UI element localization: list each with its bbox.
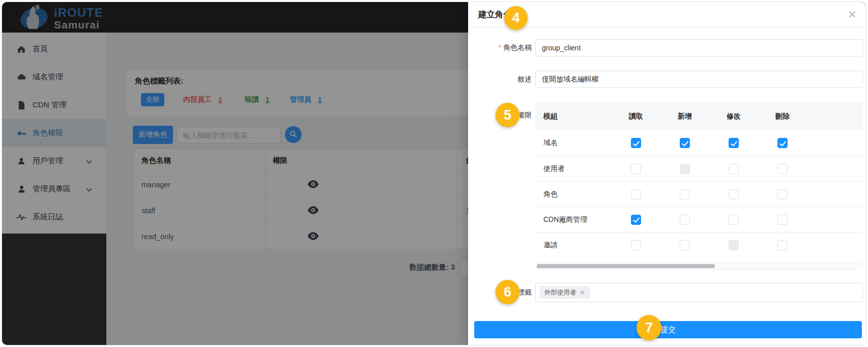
app-window: iROUTE Samurai 首頁 域名管理 <box>2 2 866 345</box>
annotation-step-4: 4 <box>504 6 528 30</box>
perm-module-name: 域名 <box>535 138 612 148</box>
checkbox-cdn-update[interactable] <box>729 215 739 225</box>
annotation-step-5: 5 <box>496 103 519 127</box>
perm-row-domain: 域名 <box>535 130 863 156</box>
role-name-field[interactable] <box>535 39 863 56</box>
checkbox-cdn-create[interactable] <box>680 215 690 225</box>
horizontal-scrollbar-thumb[interactable] <box>537 264 715 268</box>
annotation-step-6: 6 <box>496 280 519 304</box>
tag-chip: 外部使用者 ✕ <box>540 286 590 299</box>
checkbox-cdn-delete[interactable] <box>777 215 788 225</box>
checkbox-role-delete[interactable] <box>777 189 788 199</box>
perm-row-invite: 邀請 <box>535 232 863 257</box>
perm-col-delete: 刪除 <box>758 112 807 121</box>
checkbox-cdn-read[interactable] <box>631 215 641 225</box>
checkbox-user-delete[interactable] <box>777 164 788 174</box>
permissions-table: 模組 讀取 新增 修改 刪除 域名 使用者 角色 <box>535 102 863 257</box>
perm-module-name: CDN廠商管理 <box>535 215 612 224</box>
perm-col-read: 讀取 <box>612 112 660 121</box>
checkbox-user-create[interactable] <box>680 164 690 174</box>
checkbox-user-update[interactable] <box>729 164 739 174</box>
perm-row-cdn-vendor: CDN廠商管理 <box>535 207 863 232</box>
perm-module-name: 角色 <box>535 190 612 199</box>
perm-module-name: 使用者 <box>535 164 612 174</box>
checkbox-role-create[interactable] <box>680 189 690 199</box>
close-button[interactable]: ✕ <box>846 8 859 21</box>
modal-dim-overlay[interactable] <box>2 2 468 345</box>
close-icon: ✕ <box>848 9 857 20</box>
perm-col-module: 模組 <box>535 112 612 121</box>
submit-button[interactable]: 提交 <box>474 321 862 338</box>
tags-field[interactable]: 外部使用者 ✕ <box>535 283 863 302</box>
tag-chip-text: 外部使用者 <box>544 288 576 297</box>
create-role-drawer: 建立角色 ✕ *角色名稱 敘述 權限 模組 讀取 新增 修改 刪除 域名 <box>468 2 866 345</box>
perm-row-role: 角色 <box>535 181 863 207</box>
annotation-step-7: 7 <box>636 315 661 340</box>
perm-col-create: 新增 <box>660 112 709 121</box>
remove-tag-icon[interactable]: ✕ <box>580 289 585 296</box>
description-label: 敘述 <box>468 75 532 84</box>
checkbox-domain-create[interactable] <box>680 138 690 148</box>
checkbox-domain-update[interactable] <box>729 138 739 148</box>
checkbox-domain-delete[interactable] <box>777 138 788 148</box>
checkbox-user-read[interactable] <box>631 164 641 174</box>
drawer-header: 建立角色 ✕ <box>468 2 866 27</box>
checkbox-invite-read[interactable] <box>631 240 641 250</box>
required-asterisk: * <box>499 43 501 51</box>
checkbox-role-update[interactable] <box>729 189 739 199</box>
perm-module-name: 邀請 <box>535 241 612 250</box>
permissions-header-row: 模組 讀取 新增 修改 刪除 <box>535 102 863 130</box>
checkbox-invite-create[interactable] <box>680 240 690 250</box>
perm-col-update: 修改 <box>709 112 758 121</box>
screenshot-frame: iROUTE Samurai 首頁 域名管理 <box>0 0 868 347</box>
horizontal-scrollbar-track[interactable] <box>535 263 863 270</box>
description-field[interactable] <box>535 71 863 88</box>
checkbox-invite-delete[interactable] <box>777 240 788 250</box>
checkbox-domain-read[interactable] <box>631 138 641 148</box>
checkbox-role-read[interactable] <box>631 189 641 199</box>
checkbox-invite-update[interactable] <box>729 240 739 250</box>
perm-row-user: 使用者 <box>535 156 863 181</box>
role-name-label: *角色名稱 <box>468 43 532 52</box>
